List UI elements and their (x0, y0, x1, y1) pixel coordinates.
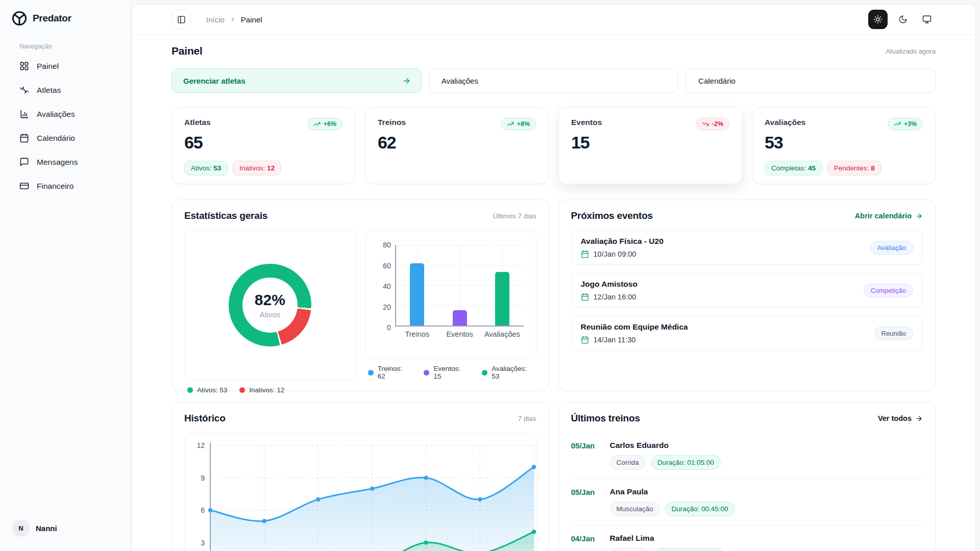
general-stats-panel: Estatísticas gerais Últimos 7 dias 82% A… (172, 199, 549, 391)
svg-text:12: 12 (197, 441, 205, 449)
x-axis-label: Avaliações (484, 330, 520, 338)
training-row: 04/Jan Rafael Lima Ciclismo Duração: 01:… (571, 525, 923, 551)
bar-eventos (453, 310, 467, 325)
panel-title: Histórico (184, 413, 226, 424)
sun-icon (873, 15, 883, 24)
bar-chartbox: 80 60 40 20 0 (365, 230, 536, 359)
sidebar-item-financeiro[interactable]: Financeiro (0, 174, 131, 198)
x-axis-label: Treinos (405, 330, 429, 338)
stat-value: 65 (184, 133, 342, 153)
arrow-right-icon (915, 212, 923, 220)
updated-status: Atualizado agora (886, 47, 936, 55)
event-item[interactable]: Avaliação Física - U20 10/Jan 09:00 Aval… (571, 230, 923, 265)
layout-grid-icon (19, 61, 29, 71)
stat-label: Atletas (184, 118, 211, 127)
training-date: 05/Jan (571, 441, 610, 470)
breadcrumb-home[interactable]: Início (206, 15, 225, 24)
theme-dark-button[interactable] (894, 11, 912, 28)
theme-system-button[interactable] (918, 11, 936, 28)
calendario-button[interactable]: Calendário (685, 68, 936, 93)
training-type-pill: Ciclismo (610, 548, 649, 551)
trending-up-icon (507, 120, 514, 128)
line-chartbox: 03691201 Jan02 Jan03 Jan04 Jan05 Jan06 J… (184, 433, 536, 551)
completas-pill: Completas: 45 (765, 161, 822, 176)
event-date: 12/Jan 16:00 (581, 293, 638, 301)
stats-row: Atletas +6% 65 Ativos: 53 Inativos: 12 (172, 107, 936, 184)
event-title: Avaliação Física - U20 (581, 237, 664, 246)
stat-label: Avaliações (765, 118, 805, 127)
quick-action-label: Gerenciar atletas (183, 77, 246, 85)
training-athlete: Carlos Eduardo (610, 441, 923, 450)
see-all-link[interactable]: Ver todos (878, 414, 923, 422)
pendentes-pill: Pendentes: 8 (827, 161, 881, 176)
event-item[interactable]: Jogo Amistoso 12/Jan 16:00 Competição (571, 273, 923, 308)
brand-name: Predator (33, 13, 71, 24)
arrow-right-icon (915, 415, 923, 422)
page-title: Painel (172, 45, 203, 57)
sidebar-item-label: Atletas (37, 86, 61, 95)
bar-avaliacoes (495, 272, 509, 325)
event-tag: Reunião (874, 327, 913, 340)
svg-text:3: 3 (201, 539, 205, 547)
sidebar-item-mensagens[interactable]: Mensagens (0, 150, 131, 174)
sidebar-toggle-button[interactable] (172, 10, 191, 29)
training-duration-pill: Duração: 00:45:00 (665, 502, 735, 516)
training-duration-pill: Duração: 01:20:00 (654, 548, 724, 551)
main-column: Início Painel (131, 0, 980, 551)
event-title: Jogo Amistoso (581, 280, 638, 289)
event-tag: Competição (864, 284, 913, 297)
trend-badge: +3% (888, 118, 923, 130)
x-axis-label: Eventos (446, 330, 473, 338)
event-tag: Avaliação (870, 241, 913, 255)
sidebar-item-avaliacoes[interactable]: Avaliações (0, 102, 131, 126)
trending-up-icon (313, 120, 321, 128)
dumbbell-icon (19, 85, 29, 95)
arrow-right-icon (402, 77, 411, 85)
training-row: 05/Jan Carlos Eduardo Corrida Duração: 0… (571, 433, 923, 479)
moon-icon (898, 15, 908, 24)
topbar: Início Painel (132, 5, 975, 35)
breadcrumb: Início Painel (206, 15, 262, 24)
panel-left-icon (177, 15, 186, 24)
theme-switcher (868, 10, 936, 29)
panel-title: Últimos treinos (571, 413, 640, 424)
event-item[interactable]: Reunião com Equipe Médica 14/Jan 11:30 R… (571, 316, 923, 350)
donut-percentage: 82% (255, 291, 285, 309)
manage-athletes-button[interactable]: Gerenciar atletas (172, 68, 422, 93)
message-icon (19, 157, 29, 167)
y-axis-tick: 80 (374, 241, 391, 249)
stat-value: 62 (378, 133, 536, 153)
history-panel: Histórico 7 dias 03691201 Jan02 Jan03 Ja… (172, 402, 549, 551)
event-date: 14/Jan 11:30 (581, 336, 688, 344)
monitor-icon (922, 15, 932, 24)
donut-sublabel: Ativos (259, 310, 280, 319)
avaliacoes-button[interactable]: Avaliações (429, 68, 679, 93)
stat-card-eventos: Eventos -2% 15 (558, 107, 742, 184)
sidebar-item-label: Painel (37, 62, 59, 71)
trend-badge: +6% (307, 118, 342, 130)
bar-chart-icon (19, 109, 29, 119)
stat-value: 53 (765, 133, 923, 153)
training-athlete: Ana Paula (610, 487, 923, 496)
sidebar-item-label: Calendário (37, 134, 75, 143)
sidebar-item-atletas[interactable]: Atletas (0, 78, 131, 102)
theme-light-button[interactable] (868, 10, 888, 29)
svg-text:9: 9 (201, 474, 205, 482)
stat-label: Eventos (571, 118, 602, 127)
avatar: N (12, 519, 30, 537)
sidebar-item-label: Financeiro (37, 182, 74, 191)
sidebar-item-calendario[interactable]: Calendário (0, 126, 131, 150)
sidebar: Predator Navegação Painel Atletas Avalia… (0, 0, 131, 551)
open-calendar-link[interactable]: Abrir calendário (855, 212, 923, 220)
sidebar-item-painel[interactable]: Painel (0, 54, 131, 78)
sidebar-item-label: Avaliações (37, 110, 75, 119)
sidebar-user[interactable]: N Nanni (0, 514, 131, 542)
training-row: 05/Jan Ana Paula Musculação Duração: 00:… (571, 479, 923, 525)
predator-logo-icon (11, 10, 28, 27)
brand-row[interactable]: Predator (0, 10, 131, 27)
inativos-pill: Inativos: 12 (233, 161, 281, 176)
sidebar-item-label: Mensagens (37, 158, 78, 167)
training-date: 05/Jan (571, 487, 610, 516)
stat-card-atletas: Atletas +6% 65 Ativos: 53 Inativos: 12 (172, 107, 355, 184)
y-axis-tick: 40 (374, 282, 391, 290)
